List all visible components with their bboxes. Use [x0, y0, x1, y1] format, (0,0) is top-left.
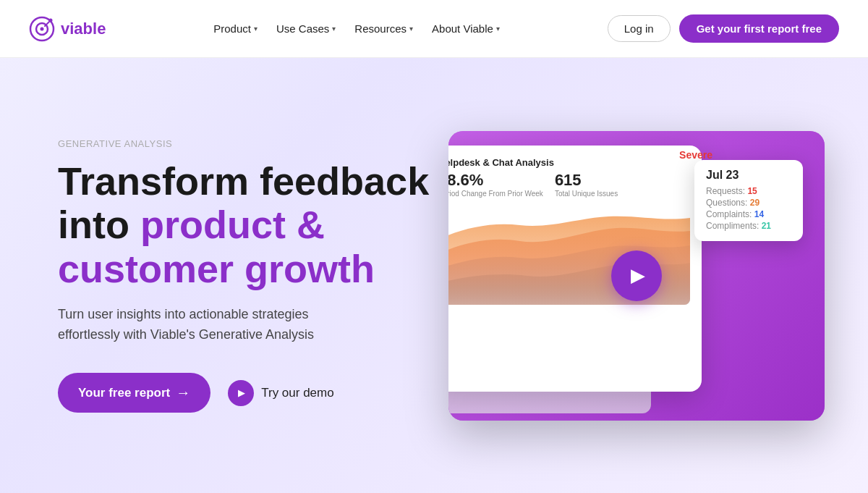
hero-section: GENERATIVE ANALYSIS Transform feedback i… [0, 58, 868, 493]
chevron-down-icon: ▾ [409, 25, 413, 33]
svg-point-2 [41, 27, 44, 30]
login-button[interactable]: Log in [608, 15, 671, 42]
stat-count: 615 Total Unique Issues [555, 171, 618, 198]
chevron-down-icon: ▾ [496, 25, 500, 33]
hero-visual: Helpdesk & Chat Analysis 18.6% Period Ch… [448, 58, 825, 493]
stat-pct: 18.6% Period Change From Prior Week [448, 171, 543, 198]
hero-content: GENERATIVE ANALYSIS Transform feedback i… [58, 138, 448, 413]
hero-subtext: Turn user insights into actionable strat… [58, 305, 333, 345]
logo-icon [29, 16, 55, 42]
svg-point-4 [49, 18, 53, 22]
chevron-down-icon: ▾ [332, 25, 336, 33]
video-container[interactable]: Helpdesk & Chat Analysis 18.6% Period Ch… [448, 131, 825, 421]
nav-product[interactable]: Product ▾ [206, 18, 265, 39]
logo-text: viable [61, 20, 106, 38]
nav-resources[interactable]: Resources ▾ [347, 18, 420, 39]
hero-headline-purple2: customer growth [58, 247, 375, 290]
hero-headline: Transform feedback into product & custom… [58, 159, 448, 290]
tooltip-complaints: Complaints: 14 [706, 209, 791, 219]
play-overlay-button[interactable] [611, 250, 662, 301]
nav-actions: Log in Get your first report free [608, 14, 839, 43]
hero-buttons: Your free report → Try our demo [58, 373, 448, 413]
tooltip-date: Jul 23 [706, 169, 791, 182]
play-icon [228, 380, 254, 406]
arrow-right-icon: → [176, 384, 190, 401]
hero-headline-purple: product & [140, 203, 325, 246]
navbar: viable Product ▾ Use Cases ▾ Resources ▾… [0, 0, 868, 58]
logo[interactable]: viable [29, 16, 106, 42]
nav-use-cases[interactable]: Use Cases ▾ [269, 18, 343, 39]
tooltip-questions: Questions: 29 [706, 198, 791, 208]
chart-title: Helpdesk & Chat Analysis [448, 157, 690, 168]
free-report-button[interactable]: Your free report → [58, 373, 210, 413]
tooltip-compliments: Compliments: 21 [706, 221, 791, 231]
chart-card: Helpdesk & Chat Analysis 18.6% Period Ch… [448, 146, 702, 392]
tooltip-requests: Requests: 15 [706, 186, 791, 196]
nav-about[interactable]: About Viable ▾ [425, 18, 507, 39]
hero-eyebrow: GENERATIVE ANALYSIS [58, 138, 448, 149]
nav-links: Product ▾ Use Cases ▾ Resources ▾ About … [206, 18, 507, 39]
tooltip-card: Jul 23 Requests: 15 Questions: 29 Compla… [694, 160, 803, 241]
demo-button[interactable]: Try our demo [228, 380, 333, 406]
severe-label: Severe [679, 149, 712, 161]
get-report-button[interactable]: Get your first report free [679, 14, 839, 43]
chart-stats: 18.6% Period Change From Prior Week 615 … [448, 171, 690, 198]
chevron-down-icon: ▾ [254, 25, 258, 33]
